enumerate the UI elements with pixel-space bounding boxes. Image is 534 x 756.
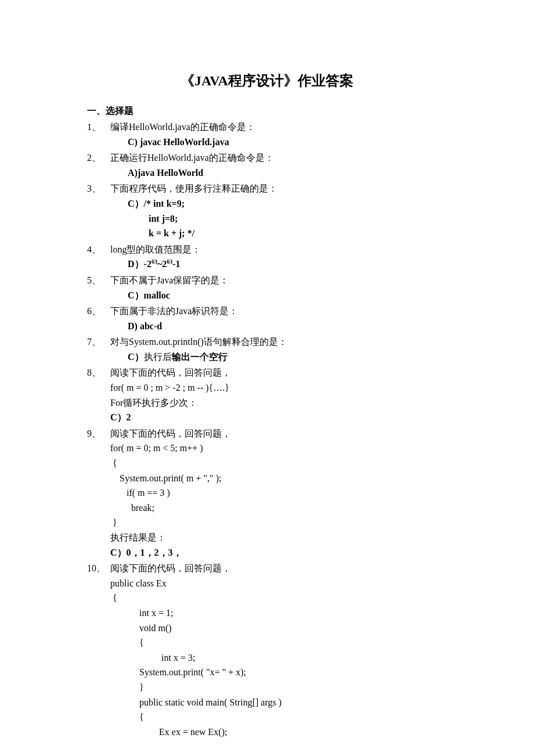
questions-list: 1、编译HelloWorld.java的正确命令是：C) javac Hello… (87, 120, 447, 739)
code-line: System.out.print( "x= " + x); (139, 665, 447, 680)
question-number: 2、 (87, 150, 110, 165)
question-9: 9、阅读下面的代码，回答问题，for( m = 0; m < 5; m++ ) … (87, 426, 447, 560)
question-5: 5、下面不属于Java保留字的是：C）malloc (87, 273, 447, 303)
question-4: 4、long型的取值范围是：D）-263~263-1 (87, 242, 447, 272)
question-text: 阅读下面的代码，回答问题， (110, 365, 447, 380)
question-number: 1、 (87, 120, 110, 135)
question-3: 3、下面程序代码，使用多行注释正确的是：C）/* int k=9;int j=8… (87, 181, 447, 240)
answer-text: C）2 (110, 410, 447, 425)
question-number: 5、 (87, 273, 110, 288)
question-number: 7、 (87, 334, 110, 350)
code-line: } (139, 680, 447, 695)
code-line: for( m = 0; m < 5; m++ ) (110, 441, 447, 456)
page-title: 《JAVA程序设计》作业答案 (87, 70, 447, 92)
question-8: 8、阅读下面的代码，回答问题，for( m = 0 ; m > -2 ; m -… (87, 365, 447, 424)
answer-text: C）执行后输出一个空行 (128, 350, 447, 365)
code-line: 执行结果是： (110, 530, 447, 545)
answer-text: C）0，1，2，3， (110, 545, 447, 560)
question-text: long型的取值范围是： (110, 242, 447, 257)
question-text: 对与System.out.println()语句解释合理的是： (110, 334, 447, 350)
answer-text: C) javac HelloWorld.java (128, 135, 447, 150)
question-7: 7、对与System.out.println()语句解释合理的是：C）执行后输出… (87, 334, 447, 364)
question-number: 9、 (87, 426, 110, 441)
question-text: 下面不属于Java保留字的是： (110, 273, 447, 288)
answer-continuation: int j=8; (149, 211, 447, 226)
question-text: 正确运行HelloWorld.java的正确命令是： (110, 150, 447, 165)
answer-text: C）/* int k=9; (128, 196, 447, 211)
code-line: System.out.print( m + "," ); (110, 471, 447, 486)
code-line: public class Ex (110, 576, 447, 591)
answer-text: D）-263~263-1 (128, 257, 447, 272)
question-6: 6、下面属于非法的Java标识符是：D) abc-d (87, 304, 447, 333)
code-line: For循环执行多少次： (110, 395, 447, 411)
answer-text: D) abc-d (128, 319, 447, 334)
section-header: 一、选择题 (87, 103, 447, 118)
answer-text: C）malloc (128, 288, 447, 303)
question-1: 1、编译HelloWorld.java的正确命令是：C) javac Hello… (87, 120, 447, 149)
question-number: 8、 (87, 365, 110, 380)
code-line: { (139, 710, 447, 725)
question-number: 4、 (87, 242, 110, 257)
question-text: 下面属于非法的Java标识符是： (110, 304, 447, 319)
code-line: Ex ex = new Ex(); (152, 725, 447, 740)
code-line: break; (110, 501, 447, 516)
question-text: 阅读下面的代码，回答问题， (110, 426, 447, 441)
answer-continuation: k = k + j; */ (149, 226, 447, 241)
code-line: if( m == 3 ) (110, 485, 447, 501)
question-text: 阅读下面的代码，回答问题， (110, 561, 447, 576)
question-10: 10、 阅读下面的代码，回答问题，public class Ex {int x … (87, 561, 447, 739)
code-line: } (110, 515, 447, 530)
question-number: 10、 (87, 561, 110, 576)
code-line: { (139, 635, 447, 650)
question-text: 编译HelloWorld.java的正确命令是： (110, 120, 447, 135)
code-line: { (110, 456, 447, 471)
question-text: 下面程序代码，使用多行注释正确的是： (110, 181, 447, 196)
code-line: void m() (139, 621, 447, 636)
code-line: for( m = 0 ; m > -2 ; m -- ){….} (110, 380, 447, 395)
code-line: { (110, 591, 447, 606)
code-line: int x = 3; (152, 650, 447, 665)
question-2: 2、正确运行HelloWorld.java的正确命令是：A)java Hello… (87, 150, 447, 180)
question-number: 6、 (87, 304, 110, 319)
code-line: public static void main( String[] args ) (139, 695, 447, 710)
answer-text: A)java HelloWorld (128, 165, 447, 181)
question-number: 3、 (87, 181, 110, 196)
code-line: int x = 1; (139, 606, 447, 621)
